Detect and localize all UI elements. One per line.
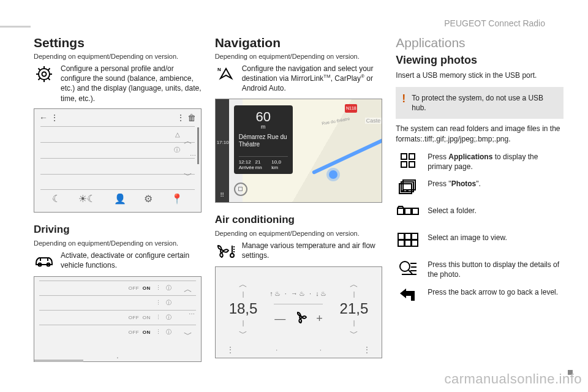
navigation-depending: Depending on equipment/Depending on vers… bbox=[215, 53, 383, 60]
svg-point-1 bbox=[42, 72, 47, 77]
navigation-arrow-icon: N bbox=[215, 64, 236, 85]
apps-dots-icon: ⠿ bbox=[220, 192, 224, 198]
ac-desc: Manage various temperature and air flow … bbox=[242, 241, 383, 260]
svg-rect-33 bbox=[412, 208, 418, 214]
brightness-moon-icon: ☀☾ bbox=[78, 193, 96, 205]
step-select-image: Select an image to view. bbox=[428, 233, 507, 243]
chevron-up-icon: ︿ bbox=[184, 136, 192, 147]
temp-down-left-icon: ﹀ bbox=[239, 329, 247, 337]
gear2-icon: ⚙ bbox=[144, 193, 153, 205]
more-dots-icon: ⋯ bbox=[190, 152, 196, 159]
svg-point-40 bbox=[400, 262, 410, 271]
svg-rect-36 bbox=[412, 233, 418, 239]
navigation-screenshot: N118 Rue du théatre Caste 17:10 ⠿ 60 m D… bbox=[215, 99, 383, 203]
warning-text: To protect the system, do not use a USB … bbox=[412, 93, 557, 113]
warning-box: ! To protect the system, do not use a US… bbox=[396, 87, 564, 119]
svg-rect-23 bbox=[409, 154, 415, 159]
map-place-label: Caste bbox=[365, 118, 382, 124]
thumbnail-grid-icon bbox=[396, 233, 420, 252]
photos-stack-icon bbox=[396, 179, 420, 198]
svg-rect-38 bbox=[405, 240, 411, 246]
formats-text: The system can read folders and image fi… bbox=[396, 124, 564, 145]
moon-icon: ☾ bbox=[52, 193, 61, 205]
fan-plus-icon: + bbox=[316, 312, 323, 325]
svg-point-21 bbox=[300, 316, 302, 318]
nav-direction-text: Démarrez Rue du Théatre bbox=[239, 134, 288, 149]
navigation-heading: Navigation bbox=[215, 36, 383, 50]
viewing-photos-heading: Viewing photos bbox=[396, 54, 564, 67]
back-arrow-icon: ← ⋮ bbox=[39, 113, 59, 123]
applications-heading: Applications bbox=[396, 36, 564, 50]
folder-row-icon bbox=[396, 206, 420, 225]
svg-rect-31 bbox=[398, 208, 404, 214]
step-photos: Press "Photos". bbox=[428, 179, 481, 189]
svg-point-29 bbox=[402, 190, 404, 192]
driving-desc: Activate, deactivate or configure certai… bbox=[61, 251, 202, 270]
step-details: Press this button to display the details… bbox=[428, 260, 564, 279]
toggle-off: OFF bbox=[129, 285, 140, 291]
stop-nav-icon bbox=[234, 183, 247, 196]
back-arrow-block-icon bbox=[396, 287, 420, 307]
svg-line-9 bbox=[48, 69, 50, 70]
temp-right: 21,5 bbox=[340, 300, 369, 317]
svg-rect-35 bbox=[405, 233, 411, 239]
fan-minus-icon: — bbox=[274, 312, 285, 325]
driving-depending: Depending on equipment/Depending on vers… bbox=[34, 239, 202, 247]
triangle-icon: △ bbox=[175, 131, 180, 138]
svg-rect-32 bbox=[405, 208, 411, 214]
watermark: carmanualsonline.info bbox=[444, 371, 582, 387]
apps-grid-icon bbox=[396, 152, 420, 172]
info-icon: ⓘ bbox=[174, 146, 180, 154]
more-dots-icon: ⋯ bbox=[189, 311, 195, 317]
svg-rect-24 bbox=[401, 162, 407, 167]
step-back: Press the back arrow to go back a level. bbox=[428, 287, 558, 297]
svg-line-8 bbox=[39, 78, 40, 80]
step-applications: Press Applications to display the primar… bbox=[428, 152, 564, 172]
step-select-folder: Select a folder. bbox=[428, 206, 476, 216]
temp-down-right-icon: ﹀ bbox=[350, 329, 358, 337]
trash-icon: ⋮ 🗑 bbox=[176, 113, 196, 123]
chevron-up-icon: ︿ bbox=[184, 284, 192, 295]
column-navigation-ac: Navigation Depending on equipment/Depend… bbox=[215, 36, 383, 362]
ac-depending: Depending on equipment/Depending on vers… bbox=[215, 230, 383, 237]
temp-left: 18,5 bbox=[229, 300, 258, 317]
page-top-rule bbox=[0, 26, 31, 28]
driving-screenshot: OFF ON⋮ⓘ ⋮ⓘ OFF ON⋮ⓘ OFF ON⋮ⓘ ︿ ⋯ ﹀ . bbox=[34, 276, 202, 362]
toggle-on: ON bbox=[143, 285, 151, 291]
temp-up-right-icon: ︿ bbox=[350, 280, 358, 288]
location-pin-icon: 📍 bbox=[171, 193, 183, 205]
nav-direction-card: 60 m Démarrez Rue du Théatre 12:12Arrivé… bbox=[234, 105, 293, 174]
svg-point-0 bbox=[39, 69, 50, 80]
fan-icon bbox=[294, 311, 307, 327]
clock-time: 17:10 bbox=[217, 140, 229, 145]
column-applications: Applications Viewing photos Insert a USB… bbox=[396, 36, 564, 362]
svg-point-30 bbox=[406, 190, 409, 192]
svg-rect-34 bbox=[398, 233, 404, 239]
driving-heading: Driving bbox=[34, 224, 202, 236]
settings-heading: Settings bbox=[34, 36, 202, 50]
current-location-icon bbox=[329, 170, 337, 179]
temp-up-left-icon: ︿ bbox=[239, 280, 247, 288]
navigation-desc: Configure the navigation and select your… bbox=[242, 64, 383, 94]
warning-exclamation-icon: ! bbox=[402, 93, 405, 113]
road-sign: N118 bbox=[345, 104, 357, 113]
svg-line-6 bbox=[39, 69, 40, 70]
svg-rect-25 bbox=[409, 162, 415, 167]
car-icon bbox=[34, 251, 55, 271]
chevron-down-icon: ﹀ bbox=[184, 330, 192, 341]
nav-distance-unit: m bbox=[239, 124, 288, 130]
svg-line-7 bbox=[48, 78, 50, 80]
chevron-down-icon: ﹀ bbox=[184, 170, 192, 181]
airflow-icons: ↑♨ · →♨ · ↓♨ bbox=[270, 290, 327, 298]
svg-text:N: N bbox=[217, 67, 221, 72]
settings-screenshot: ← ⋮⋮ 🗑 △ ⓘ ︿ ⋯ ﹀ ☾ ☀☾ 👤 ⚙ 📍 bbox=[34, 108, 202, 213]
person-icon: 👤 bbox=[114, 193, 126, 205]
svg-rect-37 bbox=[398, 240, 404, 246]
gear-icon bbox=[34, 64, 55, 85]
svg-rect-39 bbox=[412, 240, 418, 246]
settings-desc: Configure a personal profile and/or conf… bbox=[61, 64, 202, 104]
settings-depending: Depending on equipment/Depending on vers… bbox=[34, 53, 202, 60]
ac-heading: Air conditioning bbox=[215, 214, 383, 226]
magnifier-list-icon bbox=[396, 260, 420, 279]
svg-rect-22 bbox=[401, 154, 407, 159]
